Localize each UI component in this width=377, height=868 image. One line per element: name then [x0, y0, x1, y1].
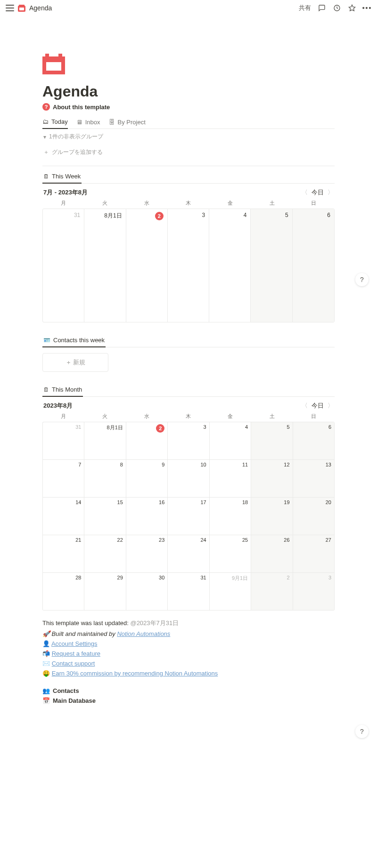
share-button[interactable]: 共有	[299, 4, 311, 12]
dow-label: 金	[209, 200, 251, 207]
breadcrumb-title[interactable]: Agenda	[29, 4, 52, 12]
calendar-view-icon: 🗓	[43, 173, 49, 180]
month-day-cell[interactable]: 19	[251, 498, 293, 535]
month-day-cell[interactable]: 4	[210, 422, 251, 460]
month-day-cell[interactable]: 22	[84, 535, 126, 573]
month-day-cell[interactable]: 14	[43, 498, 84, 535]
mailbox-icon: 📬	[42, 650, 50, 657]
month-day-cell[interactable]: 9月1日	[210, 573, 251, 611]
svg-marker-1	[349, 5, 355, 11]
affiliate-link[interactable]: Earn 30% commission by recommending Noti…	[52, 670, 218, 677]
week-day-cell[interactable]: 2	[126, 209, 168, 322]
month-day-cell[interactable]: 31	[168, 573, 209, 611]
envelope-icon: ✉️	[42, 660, 50, 667]
about-template-link[interactable]: ? About this template	[42, 103, 335, 111]
tab-this-month[interactable]: 🗓 This Month	[42, 383, 83, 397]
dow-label: 日	[293, 413, 335, 420]
month-day-cell[interactable]: 9	[126, 460, 168, 498]
month-day-cell[interactable]: 25	[210, 535, 251, 573]
month-day-cell[interactable]: 24	[168, 535, 209, 573]
month-day-cell[interactable]: 3	[168, 422, 209, 460]
month-day-cell[interactable]: 6	[293, 422, 335, 460]
month-day-cell[interactable]: 11	[210, 460, 251, 498]
month-day-cell[interactable]: 27	[293, 535, 335, 573]
month-today-button[interactable]: 今日	[311, 402, 324, 410]
month-day-cell[interactable]: 30	[126, 573, 168, 611]
week-prev-button[interactable]: 〈	[302, 188, 308, 197]
month-day-cell[interactable]: 29	[84, 573, 126, 611]
tab-this-week-label: This Week	[52, 173, 81, 180]
add-group-button[interactable]: ＋ グループを追加する	[42, 145, 335, 166]
week-day-cell[interactable]: 8月1日	[84, 209, 126, 322]
comments-icon[interactable]	[318, 4, 326, 12]
month-day-cell[interactable]: 7	[43, 460, 84, 498]
tab-contacts-week[interactable]: 🪪 Contacts this week	[42, 334, 106, 347]
month-day-cell[interactable]: 3	[293, 573, 335, 611]
month-day-cell[interactable]: 21	[43, 535, 84, 573]
help-button[interactable]: ?	[355, 273, 369, 286]
tab-by-project[interactable]: 🗄 By Project	[109, 115, 146, 129]
menu-icon[interactable]	[6, 5, 14, 11]
month-next-button[interactable]: 〉	[328, 402, 334, 410]
tab-this-week[interactable]: 🗓 This Week	[42, 170, 82, 184]
month-day-cell[interactable]: 28	[43, 573, 84, 611]
month-day-cell[interactable]: 17	[168, 498, 209, 535]
tab-inbox-label: Inbox	[85, 119, 100, 126]
month-day-cell[interactable]: 16	[126, 498, 168, 535]
notion-automations-link[interactable]: Notion Automations	[117, 630, 170, 637]
page-icon[interactable]	[42, 54, 65, 74]
dow-label: 木	[168, 200, 210, 207]
week-day-cell[interactable]: 6	[293, 209, 334, 322]
dow-label: 土	[251, 200, 293, 207]
month-day-cell[interactable]: 20	[293, 498, 335, 535]
tab-today[interactable]: 🗂 Today	[42, 115, 68, 129]
dow-label: 水	[126, 413, 168, 420]
month-day-cell[interactable]: 2	[126, 422, 168, 460]
month-day-cell[interactable]: 23	[126, 535, 168, 573]
request-feature-link[interactable]: Request a feature	[52, 650, 100, 657]
today-badge: 2	[155, 212, 164, 220]
month-day-cell[interactable]: 5	[251, 422, 293, 460]
month-day-cell[interactable]: 15	[84, 498, 126, 535]
week-today-button[interactable]: 今日	[311, 188, 324, 197]
dow-label: 火	[84, 413, 126, 420]
new-contact-button[interactable]: ＋ 新規	[42, 353, 108, 372]
month-day-cell[interactable]: 10	[168, 460, 209, 498]
month-day-cell[interactable]: 2	[251, 573, 293, 611]
week-day-cell[interactable]: 3	[168, 209, 209, 322]
dow-label: 金	[209, 413, 251, 420]
tab-by-project-label: By Project	[118, 119, 146, 126]
month-day-cell[interactable]: 18	[210, 498, 251, 535]
page-title: Agenda	[42, 83, 335, 100]
week-day-cell[interactable]: 31	[43, 209, 84, 322]
calendar-icon	[18, 5, 25, 12]
month-day-cell[interactable]: 8月1日	[84, 422, 126, 460]
week-day-cell[interactable]: 4	[209, 209, 251, 322]
month-day-cell[interactable]: 31	[43, 422, 84, 460]
today-badge: 2	[156, 424, 164, 433]
contact-support-link[interactable]: Contact support	[52, 660, 95, 667]
help-button[interactable]: ?	[355, 725, 369, 735]
tab-inbox[interactable]: 🖥 Inbox	[76, 115, 100, 129]
hidden-groups-toggle[interactable]: ▾ 1件の非表示グループ	[42, 129, 335, 145]
month-day-cell[interactable]: 12	[251, 460, 293, 498]
month-calendar[interactable]: 318月1日2345678910111213141516171819202122…	[42, 422, 335, 611]
more-icon[interactable]: •••	[363, 4, 371, 12]
week-calendar[interactable]: 318月1日23456	[42, 209, 335, 322]
favorite-icon[interactable]	[348, 4, 356, 12]
dow-label: 土	[251, 413, 293, 420]
month-range: 2023年8月	[43, 402, 73, 410]
month-day-cell[interactable]: 8	[84, 460, 126, 498]
month-day-cell[interactable]: 13	[293, 460, 335, 498]
main-db-link[interactable]: 📅Main Database	[42, 697, 335, 704]
week-day-cell[interactable]: 5	[251, 209, 292, 322]
week-range: 7月 - 2023年8月	[43, 188, 88, 197]
updates-icon[interactable]	[333, 4, 341, 12]
month-day-cell[interactable]: 26	[251, 535, 293, 573]
account-settings-link[interactable]: Account Settings	[51, 640, 98, 647]
today-view-icon: 🗂	[42, 118, 49, 125]
week-next-button[interactable]: 〉	[328, 188, 334, 197]
dow-label: 火	[84, 200, 126, 207]
month-prev-button[interactable]: 〈	[302, 402, 308, 410]
contacts-db-link[interactable]: 👥Contacts	[42, 687, 335, 694]
